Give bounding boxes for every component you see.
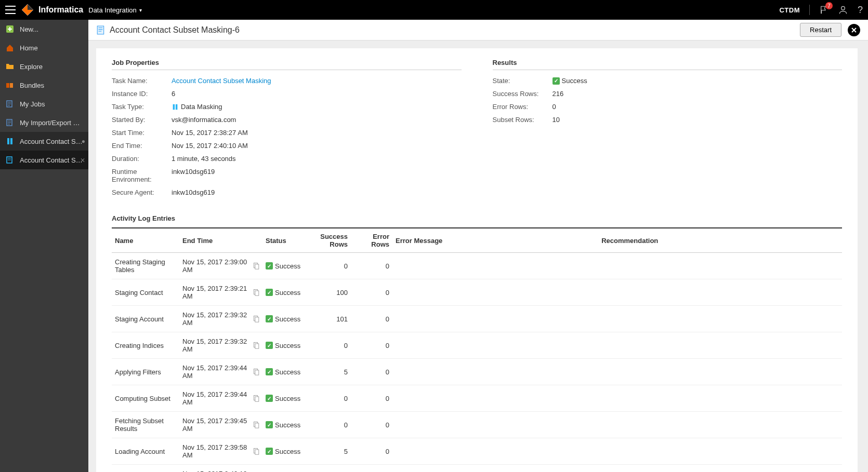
divider (809, 5, 810, 15)
cell-success-rows: 100 (304, 279, 351, 306)
value-error-rows: 0 (553, 103, 556, 111)
sidebar-item-label: Account Contact Su... (20, 138, 83, 145)
log-file-icon[interactable] (253, 342, 259, 349)
log-file-icon[interactable] (253, 289, 259, 296)
cell-success-rows: 5 (304, 359, 351, 385)
chevron-down-icon: ▾ (139, 7, 142, 13)
task-icon (5, 155, 15, 165)
sidebar-item-importexport[interactable]: My Import/Export Logs (0, 113, 88, 132)
sidebar-item-explore[interactable]: Explore (0, 57, 88, 76)
cell-error-rows: 0 (351, 359, 392, 385)
cell-end-time: Nov 15, 2017 2:39:32 AM (179, 332, 262, 359)
close-tab-icon[interactable]: ● (82, 138, 85, 145)
log-file-icon[interactable] (253, 395, 259, 402)
cell-error-rows: 0 (351, 438, 392, 465)
cell-name: Fetching Subset Results (112, 412, 179, 438)
success-check-icon: ✓ (266, 262, 273, 269)
value-duration: 1 minute, 43 seconds (172, 155, 236, 163)
cell-end-time: Nov 15, 2017 2:39:00 AM (179, 253, 262, 279)
log-file-icon[interactable] (253, 262, 259, 269)
close-page-button[interactable] (848, 24, 860, 36)
value-start-time: Nov 15, 2017 2:38:27 AM (172, 129, 248, 137)
label-duration: Duration: (112, 155, 172, 163)
success-check-icon: ✓ (266, 448, 273, 455)
log-file-icon[interactable] (253, 368, 259, 375)
cell-error-message (392, 253, 598, 279)
col-error-rows[interactable]: Error Rows (351, 228, 392, 253)
cell-status: ✓Success (262, 438, 304, 465)
org-label[interactable]: CTDM (779, 6, 800, 14)
sidebar-item-home[interactable]: Home (0, 38, 88, 57)
cell-recommendation (598, 253, 842, 279)
table-row: Staging AccountNov 15, 2017 2:39:32 AM ✓… (112, 306, 842, 332)
col-recommendation[interactable]: Recommendation (598, 228, 842, 253)
success-check-icon: ✓ (266, 315, 273, 322)
state-text: Success (562, 77, 587, 85)
table-row: Creating Staging TablesNov 15, 2017 2:39… (112, 253, 842, 279)
app-name: Data Integration (88, 6, 137, 14)
sidebar-item-label: Account Contact Su... (20, 156, 83, 164)
value-state: ✓ Success (553, 77, 587, 85)
success-check-icon: ✓ (266, 342, 273, 349)
notifications-button[interactable]: 7 (819, 5, 828, 15)
cell-status: ✓Success (262, 332, 304, 359)
cell-name: Computing Subset (112, 385, 179, 412)
cell-name: Staging Contact (112, 279, 179, 306)
hamburger-menu-icon[interactable] (5, 6, 16, 14)
col-end-time[interactable]: End Time (179, 228, 262, 253)
user-icon[interactable] (838, 5, 848, 15)
label-state: State: (493, 77, 553, 85)
cell-error-message (392, 306, 598, 332)
cell-recommendation (598, 359, 842, 385)
sidebar-item-new[interactable]: New... (0, 20, 88, 38)
col-error-message[interactable]: Error Message (392, 228, 598, 253)
cell-error-message (392, 279, 598, 306)
sidebar-item-bundles[interactable]: Bundles (0, 76, 88, 95)
cell-success-rows: 5 (304, 438, 351, 465)
cell-status: ✓Success (262, 385, 304, 412)
cell-name: Applying Filters (112, 359, 179, 385)
home-icon (5, 43, 15, 52)
section-title: Job Properties (112, 59, 462, 70)
svg-rect-29 (255, 450, 258, 454)
results-section: Results State: ✓ Success Success Rows:21… (493, 59, 843, 199)
sidebar-item-label: Bundles (20, 82, 44, 89)
value-task-type: Data Masking (172, 103, 222, 111)
help-icon[interactable]: ? (858, 5, 863, 16)
value-task-name[interactable]: Account Contact Subset Masking (172, 77, 271, 85)
table-row: Computing SubsetNov 15, 2017 2:39:44 AM … (112, 385, 842, 412)
close-tab-icon[interactable]: ⨯ (80, 156, 85, 164)
jobs-icon (5, 99, 15, 109)
sidebar-item-label: Explore (20, 63, 43, 71)
svg-point-2 (841, 6, 845, 10)
svg-rect-27 (255, 423, 258, 428)
sidebar: New... Home Explore Bundles (0, 20, 88, 472)
page-header: Account Contact Subset Masking-6 Restart (88, 20, 868, 41)
table-row: Loading ContactNov 15, 2017 2:40:10 AM ✓… (112, 465, 842, 473)
label-task-type: Task Type: (112, 103, 172, 111)
label-secure-agent: Secure Agent: (112, 188, 172, 196)
svg-rect-5 (10, 83, 13, 88)
cell-error-rows: 0 (351, 279, 392, 306)
log-file-icon[interactable] (253, 421, 259, 428)
informatica-logo-icon (21, 3, 34, 17)
cell-error-rows: 0 (351, 465, 392, 473)
log-file-icon[interactable] (253, 315, 259, 322)
sidebar-item-account-contact-1[interactable]: Account Contact Su... ● (0, 132, 88, 151)
col-status[interactable]: Status (262, 228, 304, 253)
cell-success-rows: 101 (304, 306, 351, 332)
table-row: Loading AccountNov 15, 2017 2:39:58 AM ✓… (112, 438, 842, 465)
cell-error-rows: 0 (351, 385, 392, 412)
value-end-time: Nov 15, 2017 2:40:10 AM (172, 142, 248, 150)
col-success-rows[interactable]: Success Rows (304, 228, 351, 253)
col-name[interactable]: Name (112, 228, 179, 253)
cell-recommendation (598, 306, 842, 332)
log-file-icon[interactable] (253, 448, 259, 455)
sidebar-item-account-contact-2[interactable]: Account Contact Su... ⨯ (0, 151, 88, 169)
sidebar-item-myjobs[interactable]: My Jobs (0, 95, 88, 113)
svg-rect-13 (176, 104, 178, 110)
app-switcher[interactable]: Data Integration ▾ (88, 6, 142, 14)
label-end-time: End Time: (112, 142, 172, 150)
restart-button[interactable]: Restart (800, 23, 841, 37)
cell-name: Creating Indices (112, 332, 179, 359)
